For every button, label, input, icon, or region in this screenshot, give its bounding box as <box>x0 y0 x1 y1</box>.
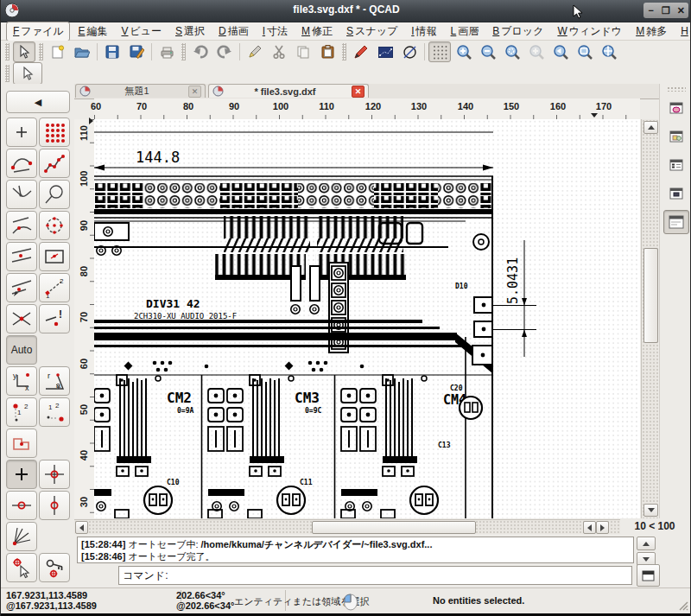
menu-view[interactable]: Vビュー <box>115 22 168 41</box>
grid-toggle-button[interactable] <box>428 41 451 62</box>
restrict-angle-button[interactable] <box>6 522 37 551</box>
command-line-toggle-button[interactable] <box>663 210 689 234</box>
snap-cursor-button[interactable] <box>6 553 37 582</box>
menu-info[interactable]: I情報 <box>405 22 442 41</box>
toolbar-grip[interactable] <box>39 43 43 60</box>
rectangle-tool-button[interactable] <box>39 242 70 271</box>
scroll-up-button[interactable] <box>643 121 658 134</box>
property-editor-toggle-button[interactable] <box>663 96 689 120</box>
grid-snap-button[interactable] <box>39 460 70 489</box>
zoom-window-button[interactable] <box>574 41 596 62</box>
intersection-manual-snap-button[interactable]: ! <box>39 304 70 333</box>
edit-pen-button[interactable] <box>244 41 266 62</box>
reference-shape-button[interactable] <box>6 429 37 458</box>
no-fill-circle-button[interactable] <box>398 41 421 62</box>
menu-modify[interactable]: M修正 <box>295 22 339 41</box>
drawing-canvas[interactable]: 144.8 <box>94 119 640 518</box>
undo-button[interactable] <box>189 41 212 62</box>
log-scrollbar[interactable] <box>637 537 656 563</box>
menu-edit[interactable]: E編集 <box>72 22 113 41</box>
menu-block[interactable]: Bブロック <box>486 22 549 41</box>
dock-grip[interactable] <box>667 86 686 92</box>
coordinate-polar-button[interactable]: ra <box>39 366 70 396</box>
circle-2point-tool-button[interactable] <box>39 180 70 209</box>
relative-point-1-button[interactable]: 12 <box>6 397 37 427</box>
zoom-pan-button[interactable] <box>598 41 620 62</box>
save-button[interactable] <box>101 41 124 62</box>
scroll-left-step-button[interactable] <box>583 521 596 534</box>
title-bar[interactable]: file3.svg.dxf * - QCAD − ❐ ✕ <box>1 0 691 22</box>
command-line[interactable]: コマンド: <box>118 566 632 585</box>
tab-untitled[interactable]: 無題1 ✕ <box>75 84 206 98</box>
menu-file[interactable]: Fファイル <box>6 22 70 41</box>
middle-snap-button[interactable] <box>6 491 37 520</box>
scroll-down-button[interactable] <box>643 504 658 517</box>
resize-grip[interactable] <box>678 600 688 611</box>
minimize-button[interactable]: − <box>644 3 657 18</box>
tab-file3[interactable]: * file3.svg.dxf ✕ <box>208 84 369 98</box>
save-as-button[interactable] <box>125 41 148 62</box>
free-position-button[interactable] <box>6 460 37 489</box>
tab-close-icon[interactable]: ✕ <box>188 86 201 98</box>
menu-misc[interactable]: M雑多 <box>630 22 673 41</box>
spline-tool-button[interactable] <box>6 149 37 178</box>
polyline-tool-button[interactable] <box>39 149 70 178</box>
horizontal-scrollbar[interactable] <box>74 519 620 534</box>
layer-list-toggle-button[interactable] <box>663 153 689 177</box>
command-panel-button[interactable] <box>637 564 660 587</box>
menu-dimension[interactable]: I寸法 <box>257 22 294 41</box>
circle-center-tool-button[interactable] <box>39 211 70 240</box>
toolbar-grip[interactable] <box>5 43 10 60</box>
cut-button[interactable] <box>268 41 290 62</box>
auto-snap-button[interactable]: Auto <box>6 335 37 365</box>
horizontal-scroll-thumb[interactable] <box>312 521 476 534</box>
vertical-scroll-thumb[interactable] <box>643 248 658 343</box>
select-pointer-button[interactable] <box>13 41 35 62</box>
copy-button[interactable] <box>292 41 314 62</box>
scroll-right-step-button[interactable] <box>596 521 609 534</box>
library-browser-toggle-button[interactable] <box>663 124 689 149</box>
scroll-left-button[interactable] <box>75 521 88 534</box>
close-button[interactable]: ✕ <box>675 3 688 18</box>
print-preview-button[interactable] <box>155 41 178 62</box>
back-menu-button[interactable]: ◀ <box>6 91 70 113</box>
freehand-tool-button[interactable] <box>6 180 37 209</box>
draw-pencil-button[interactable] <box>350 41 372 62</box>
zoom-in-button[interactable] <box>453 41 475 62</box>
redo-button[interactable] <box>213 41 236 62</box>
autosave-log[interactable]: [15:28:44] オートセーブ中: /home/kkuma/チャンネルデバイ… <box>77 537 634 563</box>
selection-pointer-button[interactable] <box>13 62 42 85</box>
paste-button[interactable] <box>316 41 339 62</box>
open-file-button[interactable] <box>71 41 93 62</box>
points-grid-tool-button[interactable] <box>39 117 70 147</box>
menu-window[interactable]: Wウィンドウ <box>551 22 628 41</box>
menu-help[interactable]: Hヘルプ <box>675 22 691 41</box>
menu-select[interactable]: S選択 <box>169 22 211 41</box>
lock-relative-zero-button[interactable] <box>39 553 70 582</box>
zoom-previous-button[interactable] <box>549 41 572 62</box>
toolbar-grip[interactable] <box>181 43 186 60</box>
intersection-snap-button[interactable] <box>6 304 37 333</box>
maximize-button[interactable]: ❐ <box>659 3 672 18</box>
point-tool-button[interactable] <box>6 117 37 147</box>
toolbar-grip[interactable] <box>5 65 10 82</box>
zoom-selection-button-disabled[interactable] <box>525 41 548 62</box>
two-point-tool-button[interactable]: 12 <box>39 273 70 302</box>
coordinate-xy-button[interactable]: yx <box>6 366 37 396</box>
auto-zoom-button[interactable] <box>501 41 523 62</box>
menu-layer[interactable]: L画層 <box>445 22 485 41</box>
new-file-button[interactable] <box>47 41 69 62</box>
endpoint-snap-button[interactable] <box>39 491 70 520</box>
tangent-tool-button[interactable] <box>6 211 37 240</box>
offset-tool-button[interactable] <box>6 273 37 302</box>
toolbar-grip[interactable] <box>342 43 346 60</box>
log-scroll-up-button[interactable] <box>637 537 656 550</box>
tab-close-icon[interactable]: ✕ <box>352 86 365 98</box>
menu-snap[interactable]: Sスナップ <box>340 22 403 41</box>
polyline-demo-button[interactable] <box>374 41 396 62</box>
parallel-lines-tool-button[interactable] <box>6 242 37 271</box>
zoom-out-button[interactable] <box>477 41 499 62</box>
block-list-toggle-button[interactable] <box>663 181 689 206</box>
vertical-scrollbar[interactable] <box>641 119 658 518</box>
relative-point-2-button[interactable]: 12 <box>39 397 70 427</box>
